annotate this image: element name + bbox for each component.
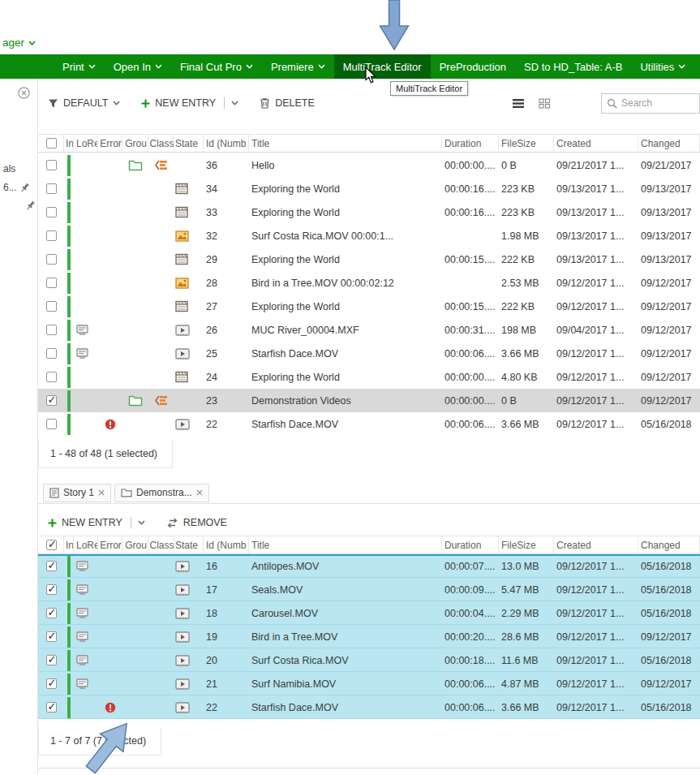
- folder-small-icon: [121, 488, 132, 497]
- tab-demonstration-videos[interactable]: Demonstra...: [114, 484, 209, 502]
- close-tab-icon[interactable]: [98, 489, 105, 496]
- pushpin-icon[interactable]: [19, 183, 30, 193]
- column-header[interactable]: Id (Numb: [204, 536, 249, 553]
- row-checkbox[interactable]: [46, 254, 57, 265]
- column-header[interactable]: In: [64, 135, 74, 152]
- row-checkbox[interactable]: [46, 301, 57, 312]
- menu-item-open-in[interactable]: Open In: [105, 54, 171, 79]
- row-checkbox[interactable]: [46, 395, 57, 406]
- column-header[interactable]: Changed: [638, 536, 700, 553]
- table-row[interactable]: 21Surf Namibia.MOV00:00:06....4.87 MB09/…: [38, 672, 700, 695]
- menu-item-print[interactable]: Print: [54, 54, 105, 79]
- column-header[interactable]: Created: [554, 135, 638, 152]
- sidebar-item[interactable]: als: [3, 163, 15, 174]
- table-row[interactable]: 32Surf Costa Rica.MOV 00:00:1...1.98 MB0…: [38, 224, 700, 248]
- cell-changed: 05/16/2018: [638, 608, 700, 619]
- column-header[interactable]: Duration: [442, 135, 499, 152]
- grid-view-icon[interactable]: [535, 95, 554, 112]
- column-header[interactable]: Title: [249, 536, 442, 553]
- table-row[interactable]: 16Antilopes.MOV00:00:07....13.0 MB09/12/…: [38, 554, 700, 578]
- column-header[interactable]: State: [174, 135, 204, 152]
- column-header[interactable]: LoRe: [74, 536, 98, 553]
- sidebar-item[interactable]: [23, 200, 36, 211]
- menu-item-sd-to-hd-table[interactable]: SD to HD_Table: A-B: [515, 54, 631, 79]
- menu-item-utilities[interactable]: Utilities: [631, 54, 694, 79]
- column-header[interactable]: Duration: [442, 536, 499, 553]
- table-row[interactable]: 24Exploring the World00:00:00....4.80 KB…: [38, 365, 700, 389]
- chevron-down-icon[interactable]: [231, 101, 238, 105]
- row-checkbox[interactable]: [46, 278, 57, 288]
- column-header[interactable]: Id (Numb: [204, 135, 249, 152]
- row-checkbox[interactable]: [46, 160, 57, 170]
- row-checkbox[interactable]: [46, 561, 57, 571]
- table-row[interactable]: 29Exploring the World00:00:15....222 KB0…: [38, 248, 700, 271]
- tab-story-1[interactable]: Story 1: [43, 484, 111, 502]
- row-checkbox[interactable]: [46, 207, 57, 217]
- pushpin-icon[interactable]: [25, 200, 36, 211]
- column-header[interactable]: Created: [554, 536, 638, 553]
- menu-item-final-cut-pro[interactable]: Final Cut Pro: [171, 54, 262, 79]
- table-row[interactable]: 19Bird in a Tree.MOV00:00:20....28.6 MB0…: [38, 625, 700, 648]
- new-entry-button[interactable]: NEW ENTRY: [141, 97, 238, 109]
- row-checkbox[interactable]: [46, 419, 57, 429]
- checkbox-cell: [38, 395, 64, 406]
- column-header[interactable]: Changed: [638, 135, 700, 152]
- menu-item-multitrack-editor[interactable]: MultiTrack Editor: [334, 54, 431, 79]
- column-header[interactable]: Class: [148, 135, 174, 152]
- select-all-checkbox[interactable]: [46, 138, 57, 149]
- column-header[interactable]: In: [64, 536, 74, 553]
- row-checkbox[interactable]: [46, 702, 57, 713]
- row-checkbox[interactable]: [46, 372, 57, 382]
- manager-menu-button[interactable]: ager: [2, 37, 36, 49]
- column-header[interactable]: LoRe: [74, 135, 98, 152]
- menu-label: Premiere: [271, 61, 314, 73]
- search-box[interactable]: [601, 93, 700, 114]
- row-checkbox[interactable]: [46, 608, 57, 618]
- table-row[interactable]: 17Seals.MOV00:00:09....5.47 MB09/12/2017…: [38, 578, 700, 601]
- column-header[interactable]: Grou: [122, 135, 148, 152]
- row-checkbox[interactable]: [46, 678, 57, 689]
- chevron-down-icon[interactable]: [138, 520, 145, 525]
- row-checkbox[interactable]: [46, 230, 57, 241]
- column-header[interactable]: FileSize: [499, 135, 554, 152]
- menu-item-premiere[interactable]: Premiere: [262, 54, 334, 79]
- circle-close-icon[interactable]: [18, 87, 30, 99]
- row-checkbox[interactable]: [46, 348, 57, 359]
- table-row[interactable]: 23Demonstration Videos00:00:00....0 B09/…: [38, 389, 700, 412]
- column-header[interactable]: State: [174, 536, 204, 553]
- row-checkbox[interactable]: [46, 183, 57, 194]
- table-row[interactable]: 28Bird in a Tree.MOV 00:00:02:122.53 MB0…: [38, 271, 700, 295]
- table-row[interactable]: 22Starfish Dace.MOV00:00:06....3.66 MB09…: [38, 412, 700, 436]
- filter-default-button[interactable]: DEFAULT: [48, 97, 120, 109]
- table-row[interactable]: 34Exploring the World00:00:16....223 KB0…: [38, 177, 700, 200]
- table-row[interactable]: 26MUC River_00004.MXF00:00:31....198 MB0…: [38, 318, 700, 342]
- new-entry-button[interactable]: NEW ENTRY: [48, 517, 145, 528]
- class-cell: [148, 394, 174, 407]
- delete-button[interactable]: DELETE: [260, 97, 315, 109]
- table-row[interactable]: 18Carousel.MOV00:00:04....2.29 MB09/12/2…: [38, 601, 700, 625]
- column-header[interactable]: Class: [148, 536, 174, 553]
- menu-item-preproduction[interactable]: PreProduction: [431, 54, 515, 79]
- select-all-checkbox[interactable]: [46, 540, 57, 550]
- column-header[interactable]: Title: [249, 135, 442, 152]
- column-header[interactable]: Error: [98, 536, 122, 553]
- column-header[interactable]: Grou: [122, 536, 148, 553]
- table-row[interactable]: 33Exploring the World00:00:16....223 KB0…: [38, 200, 700, 224]
- close-tab-icon[interactable]: [196, 489, 203, 496]
- sidebar-item[interactable]: 6...: [3, 182, 30, 193]
- table-row[interactable]: 36Hello00:00:00....0 B09/21/2017 1...09/…: [38, 153, 700, 177]
- column-header[interactable]: Error: [98, 135, 122, 152]
- checkbox-cell: [38, 631, 64, 642]
- row-checkbox[interactable]: [46, 325, 57, 335]
- table-row[interactable]: 20Surf Costa Rica.MOV00:00:18....11.6 MB…: [38, 648, 700, 672]
- row-checkbox[interactable]: [46, 584, 57, 595]
- lores-icon: [76, 631, 88, 642]
- remove-button[interactable]: REMOVE: [166, 517, 227, 528]
- list-view-icon[interactable]: [509, 95, 528, 112]
- column-header[interactable]: FileSize: [499, 536, 554, 553]
- row-checkbox[interactable]: [46, 631, 57, 642]
- row-checkbox[interactable]: [46, 655, 57, 665]
- search-input[interactable]: [621, 97, 694, 109]
- table-row[interactable]: 25Starfish Dace.MOV00:00:06....3.66 MB09…: [38, 342, 700, 365]
- table-row[interactable]: 27Exploring the World00:00:15....222 KB0…: [38, 295, 700, 318]
